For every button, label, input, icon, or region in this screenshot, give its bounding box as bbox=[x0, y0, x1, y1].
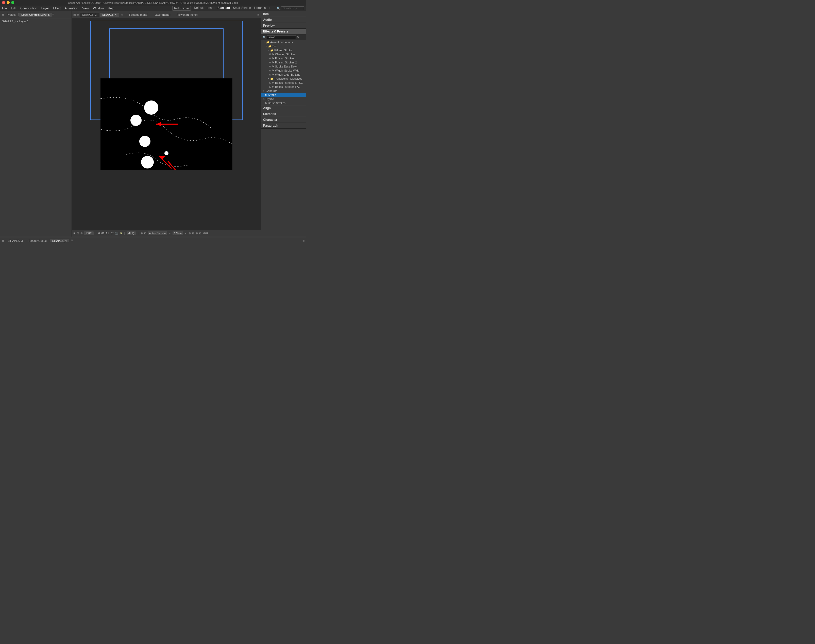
tree-label-fill: Fill and Stroke bbox=[274, 49, 292, 52]
fx-icon-pulsing2: fx bbox=[272, 61, 274, 64]
tree-label-text: Text bbox=[272, 44, 277, 48]
fx-icon-wiggly: fx bbox=[272, 69, 274, 72]
camera-btn[interactable]: Active Camera bbox=[148, 232, 167, 235]
file-icon-chasing: ⊞ bbox=[269, 53, 271, 55]
rp-paragraph-header[interactable]: Paragraph bbox=[261, 123, 306, 129]
panel-expand[interactable]: ⊞ bbox=[257, 13, 259, 16]
comp-tab-shapes4[interactable]: SHAPES_4 bbox=[100, 13, 119, 17]
rp-character-header[interactable]: Character bbox=[261, 117, 306, 123]
rp-libraries-header[interactable]: Libraries bbox=[261, 111, 306, 117]
tree-boxes-ntsc[interactable]: ⊞ fx Boxes - stroked NTSC bbox=[261, 81, 306, 85]
timeline: ▤ SHAPES_3 Render Queue SHAPES_4 ⊕ ⊞ 0:0… bbox=[0, 237, 306, 242]
rp-audio-header[interactable]: Audio bbox=[261, 17, 306, 23]
file-icon-pulsing1: ⊞ bbox=[269, 57, 271, 60]
minimize-button[interactable] bbox=[7, 1, 10, 4]
panel-tabs: Project | Effect Controls Layer 5 ≡ bbox=[5, 13, 54, 17]
tree-wiggly-width[interactable]: ⊞ fx Wiggly Stroke Width bbox=[261, 69, 306, 72]
tree-chasing[interactable]: ⊞ fx Chasing Strokes bbox=[261, 52, 306, 56]
tree-generate[interactable]: ▷ Generate bbox=[261, 89, 306, 93]
viewer-flowchart[interactable]: Flowchart (none) bbox=[173, 13, 201, 17]
rp-preview-header[interactable]: Preview bbox=[261, 23, 306, 28]
effects-search-clear[interactable]: ✕ bbox=[297, 35, 299, 39]
close-button[interactable] bbox=[2, 1, 5, 4]
tl-icon: ▤ bbox=[2, 239, 4, 242]
rp-info-header[interactable]: Info bbox=[261, 11, 306, 17]
tl-tab-render[interactable]: Render Queue bbox=[26, 239, 49, 242]
workspace-rotobezier[interactable]: RotoBezier bbox=[172, 6, 191, 11]
viewer-footage[interactable]: Footage (none) bbox=[126, 13, 151, 17]
viewer-layer[interactable]: Layer (none) bbox=[152, 13, 173, 17]
vc-icon9: ⊠ bbox=[192, 232, 194, 235]
workspace-expand[interactable]: » bbox=[269, 6, 271, 11]
menu-animation[interactable]: Animation bbox=[65, 6, 78, 10]
tree-label-ease: Stroke Ease Down bbox=[275, 65, 298, 68]
comp-tab-menu[interactable]: ⊕ bbox=[120, 14, 124, 17]
file-icon-pal: ⊞ bbox=[269, 86, 271, 88]
tree-stroke-ease[interactable]: ⊞ fx Stroke Ease Down bbox=[261, 64, 306, 69]
workspace-libraries[interactable]: Libraries bbox=[254, 6, 266, 11]
workspace-default[interactable]: Default bbox=[194, 6, 204, 11]
tl-tab-menu[interactable]: ⊕ bbox=[70, 239, 74, 242]
menu-view[interactable]: View bbox=[83, 6, 89, 10]
vc-cam-arrow[interactable]: ▼ bbox=[169, 232, 171, 235]
tree-text[interactable]: ▼ 📁 Text bbox=[261, 44, 306, 48]
rp-effects-section: Effects & Presets 🔍 ✕ ▼ 📁 Animation Pres… bbox=[261, 29, 306, 105]
tab-project[interactable]: Project bbox=[5, 13, 17, 17]
comp-tab-bar: SHAPES_3 SHAPES_4 ⊕ bbox=[80, 13, 124, 17]
menu-layer[interactable]: Layer bbox=[41, 6, 49, 10]
comp-header: ▤ ⊞ SHAPES_3 SHAPES_4 ⊕ Footage (none) L… bbox=[72, 11, 261, 18]
menu-edit[interactable]: Edit bbox=[11, 6, 16, 10]
menu-help[interactable]: Help bbox=[108, 6, 114, 10]
tree-transitions[interactable]: ▼ 📁 Transitions - Dissolves bbox=[261, 77, 306, 81]
tl-tab-shapes3[interactable]: SHAPES_3 bbox=[6, 239, 25, 242]
tl-expand[interactable]: ⊞ bbox=[302, 239, 305, 242]
menu-composition[interactable]: Composition bbox=[20, 6, 37, 10]
resolution-btn[interactable]: (Full) bbox=[127, 232, 136, 235]
rp-align-header[interactable]: Align bbox=[261, 105, 306, 111]
rp-info-section: Info bbox=[261, 11, 306, 17]
tree-pulsing1[interactable]: ⊞ fx Pulsing Strokes bbox=[261, 56, 306, 60]
tree-animation-presets[interactable]: ▼ 📁 Animation Presets bbox=[261, 40, 306, 44]
app-title: Adobe After Effects CC 2019 - /Users/kel… bbox=[68, 2, 238, 4]
vc-view-arrow[interactable]: ▼ bbox=[185, 232, 187, 235]
vc-icon10: ⊞ bbox=[196, 232, 198, 235]
workspace-small-screen[interactable]: Small Screen bbox=[233, 6, 251, 11]
workspace-learn[interactable]: Learn bbox=[207, 6, 214, 11]
maximize-button[interactable] bbox=[11, 1, 14, 4]
tree-label-wiggly: Wiggly Stroke Width bbox=[275, 69, 300, 72]
tab-effect-controls[interactable]: Effect Controls Layer 5 bbox=[19, 13, 52, 17]
menu-file[interactable]: File bbox=[2, 6, 7, 10]
effects-search-input[interactable] bbox=[267, 35, 296, 39]
zoom-btn[interactable]: 100% bbox=[84, 232, 93, 235]
tree-fill-stroke[interactable]: ▼ 📁 Fill and Stroke bbox=[261, 48, 306, 52]
canvas-inner bbox=[101, 78, 233, 170]
rp-libraries-section: Libraries bbox=[261, 111, 306, 117]
tree-stylize[interactable]: ▷ Stylize bbox=[261, 97, 306, 101]
vc-icon4: 📷 bbox=[115, 232, 118, 235]
fx-icon-ease: fx bbox=[272, 65, 274, 68]
circle-ball-2 bbox=[130, 115, 142, 126]
menu-effect[interactable]: Effect bbox=[53, 6, 61, 10]
tree-wiggly-line[interactable]: ⊞ fx Wiggly ..ldth By Line bbox=[261, 72, 306, 77]
panel-menu-icon[interactable]: ≡ bbox=[52, 13, 54, 17]
tree-brush-strokes[interactable]: fx Brush Strokes bbox=[261, 101, 306, 105]
fx-icon-brush: fx bbox=[265, 102, 267, 104]
file-icon-wiggly: ⊞ bbox=[269, 69, 271, 72]
tree-triangle-stylize: ▷ bbox=[263, 98, 265, 100]
tree-stroke-selected[interactable]: fx Stroke bbox=[261, 93, 306, 97]
tree-boxes-pal[interactable]: ⊞ fx Boxes - stroked PAL bbox=[261, 85, 306, 89]
tl-tab-shapes4[interactable]: SHAPES_4 bbox=[50, 239, 69, 242]
search-help-input[interactable] bbox=[281, 6, 304, 10]
comp-tab-shapes3[interactable]: SHAPES_3 bbox=[80, 13, 99, 17]
panel-icon: ▤ bbox=[2, 13, 4, 16]
circle-ball-1 bbox=[144, 100, 158, 115]
circle-small-1 bbox=[164, 151, 169, 155]
layer-info: SHAPES_4 • Layer 5 bbox=[1, 19, 70, 23]
tree-pulsing2[interactable]: ⊞ fx Pulsing Strokes 2 bbox=[261, 60, 306, 64]
view-btn[interactable]: 1 View bbox=[173, 232, 183, 235]
workspace-standard[interactable]: Standard bbox=[218, 6, 230, 11]
vc-icon11: ⊡ bbox=[199, 232, 201, 235]
file-icon-wigglyline: ⊞ bbox=[269, 73, 271, 76]
menu-window[interactable]: Window bbox=[93, 6, 104, 10]
rp-effects-header[interactable]: Effects & Presets bbox=[261, 29, 306, 34]
